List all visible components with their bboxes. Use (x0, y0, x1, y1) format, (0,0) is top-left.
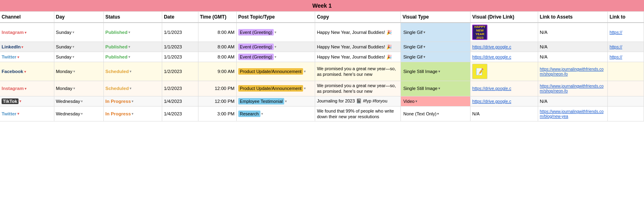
channel-label: Twitter (2, 111, 17, 116)
day-cell[interactable]: Monday ▾ (54, 81, 103, 96)
topic-dropdown-icon[interactable]: ▾ (275, 55, 277, 59)
visual-drive-link[interactable]: https://drive.google.c (472, 54, 511, 59)
day-cell[interactable]: Sunday ▾ (54, 52, 103, 62)
channel-cell[interactable]: Twitter ▾ (0, 52, 54, 62)
date-value: 1/1/2023 (164, 54, 182, 59)
status-dropdown-icon[interactable]: ▾ (128, 55, 130, 59)
topic-cell[interactable]: Research ▾ (236, 106, 315, 121)
status-cell[interactable]: In Progress ▾ (103, 106, 162, 121)
copy-text: Happy New Year, Journal Buddies! 🎉 (317, 44, 392, 49)
time-value: 12:00 PM (215, 86, 234, 91)
visual-drive-cell: HAPPY NEW YEAR2023 (471, 23, 538, 42)
status-dropdown-icon[interactable]: ▾ (130, 86, 132, 90)
visual-type-cell[interactable]: Single Gif ▾ (400, 52, 470, 62)
status-dropdown-icon[interactable]: ▾ (130, 69, 132, 73)
status-cell[interactable]: Scheduled ▾ (103, 62, 162, 81)
channel-cell[interactable]: Facebook ▾ (0, 62, 54, 81)
topic-cell[interactable]: Event (Greeting) ▾ (236, 42, 315, 52)
channel-cell[interactable]: Instagram ▾ (0, 23, 54, 42)
topic-cell[interactable]: Event (Greeting) ▾ (236, 52, 315, 62)
visual-type-dropdown-icon[interactable]: ▾ (423, 30, 425, 34)
day-cell[interactable]: Monday ▾ (54, 62, 103, 81)
topic-dropdown-icon[interactable]: ▾ (304, 86, 306, 90)
date-cell: 1/1/2023 (162, 42, 198, 52)
link-assets-na: N/A (540, 30, 547, 35)
visual-type-dropdown-icon[interactable]: ▾ (423, 55, 425, 59)
channel-dropdown-icon[interactable]: ▾ (25, 30, 27, 35)
visual-type-cell[interactable]: Single Gif ▾ (400, 42, 470, 52)
link-assets-link[interactable]: https://www.journalingwithfriends.com/sh… (540, 84, 603, 93)
status-cell[interactable]: Scheduled ▾ (103, 81, 162, 96)
topic-dropdown-icon[interactable]: ▾ (275, 30, 277, 34)
channel-dropdown-icon[interactable]: ▾ (17, 111, 19, 116)
topic-dropdown-icon[interactable]: ▾ (285, 99, 287, 103)
visual-type-dropdown-icon[interactable]: ▾ (423, 45, 425, 49)
status-dropdown-icon[interactable]: ▾ (132, 99, 134, 103)
time-cell: 12:00 PM (198, 96, 236, 106)
visual-drive-link[interactable]: https://drive.google.c (472, 99, 511, 104)
day-cell[interactable]: Sunday ▾ (54, 23, 103, 42)
day-dropdown-icon[interactable]: ▾ (73, 69, 75, 73)
status-dropdown-icon[interactable]: ▾ (132, 112, 134, 116)
link-to-link[interactable]: https:// (609, 30, 622, 35)
status-cell[interactable]: In Progress ▾ (103, 96, 162, 106)
day-dropdown-icon[interactable]: ▾ (72, 30, 74, 34)
link-assets-link[interactable]: https://www.journalingwithfriends.com/sh… (540, 67, 603, 76)
topic-dropdown-icon[interactable]: ▾ (275, 45, 277, 49)
channel-dropdown-icon[interactable]: ▾ (21, 45, 23, 49)
channel-cell[interactable]: Instagram ▾ (0, 81, 54, 96)
link-to-link[interactable]: https:// (609, 44, 622, 49)
status-cell[interactable]: Published ▾ (103, 52, 162, 62)
topic-cell[interactable]: Product Update/Announcement ▾ (236, 81, 315, 96)
channel-label: Instagram (2, 86, 24, 91)
link-assets-cell[interactable]: https://www.journalingwithfriends.com/sh… (538, 62, 608, 81)
topic-dropdown-icon[interactable]: ▾ (304, 69, 306, 73)
channel-dropdown-icon[interactable]: ▾ (24, 69, 26, 74)
visual-type-cell[interactable]: Single Still Image ▾ (400, 81, 470, 96)
day-dropdown-icon[interactable]: ▾ (72, 55, 74, 59)
topic-cell[interactable]: Product Update/Announcement ▾ (236, 62, 315, 81)
channel-dropdown-icon[interactable]: ▾ (17, 55, 19, 59)
channel-cell[interactable]: Twitter ▾ (0, 106, 54, 121)
visual-type-dropdown-icon[interactable]: ▾ (437, 112, 439, 116)
link-assets-cell[interactable]: https://www.journalingwithfriends.com/sh… (538, 81, 608, 96)
visual-type-dropdown-icon[interactable]: ▾ (415, 99, 417, 103)
link-assets-cell[interactable]: https://www.journalingwithfriends.com/bl… (538, 106, 608, 121)
link-to-cell[interactable]: https:// (608, 23, 644, 42)
channel-cell[interactable]: TikTok ▾ (0, 96, 54, 106)
day-dropdown-icon[interactable]: ▾ (81, 99, 83, 103)
status-badge: Published (105, 54, 128, 59)
link-to-cell[interactable]: https:// (608, 52, 644, 62)
visual-type-cell[interactable]: Single Still Image ▾ (400, 62, 470, 81)
col-header-date: Date (162, 12, 198, 23)
visual-type-cell[interactable]: Single Gif ▾ (400, 23, 470, 42)
day-dropdown-icon[interactable]: ▾ (73, 86, 75, 90)
channel-cell[interactable]: LinkedIn ▾ (0, 42, 54, 52)
visual-drive-link[interactable]: https://drive.google.c (472, 44, 511, 49)
link-assets-cell: N/A (538, 52, 608, 62)
status-dropdown-icon[interactable]: ▾ (128, 30, 130, 34)
status-cell[interactable]: Published ▾ (103, 23, 162, 42)
link-to-cell[interactable]: https:// (608, 42, 644, 52)
col-header-link-to: Link to (608, 12, 644, 23)
topic-dropdown-icon[interactable]: ▾ (261, 112, 263, 116)
day-dropdown-icon[interactable]: ▾ (72, 45, 74, 49)
channel-dropdown-icon[interactable]: ▾ (19, 99, 21, 103)
day-dropdown-icon[interactable]: ▾ (81, 112, 83, 116)
channel-dropdown-icon[interactable]: ▾ (25, 86, 27, 91)
visual-type-dropdown-icon[interactable]: ▾ (438, 86, 440, 90)
visual-type-dropdown-icon[interactable]: ▾ (438, 69, 440, 73)
visual-type-cell[interactable]: None (Text Only) ▾ (400, 106, 470, 121)
topic-cell[interactable]: Employee Testimonial ▾ (236, 96, 315, 106)
status-dropdown-icon[interactable]: ▾ (128, 45, 130, 49)
visual-type-cell[interactable]: Video ▾ (400, 96, 470, 106)
topic-cell[interactable]: Event (Greeting) ▾ (236, 23, 315, 42)
status-cell[interactable]: Published ▾ (103, 42, 162, 52)
day-cell[interactable]: Wednesday ▾ (54, 96, 103, 106)
visual-drive-link[interactable]: https://drive.google.c (472, 86, 511, 91)
date-cell: 1/4/2023 (162, 96, 198, 106)
link-to-link[interactable]: https:// (609, 54, 622, 59)
link-assets-link[interactable]: https://www.journalingwithfriends.com/bl… (540, 109, 603, 119)
day-cell[interactable]: Wednesday ▾ (54, 106, 103, 121)
day-cell[interactable]: Sunday ▾ (54, 42, 103, 52)
